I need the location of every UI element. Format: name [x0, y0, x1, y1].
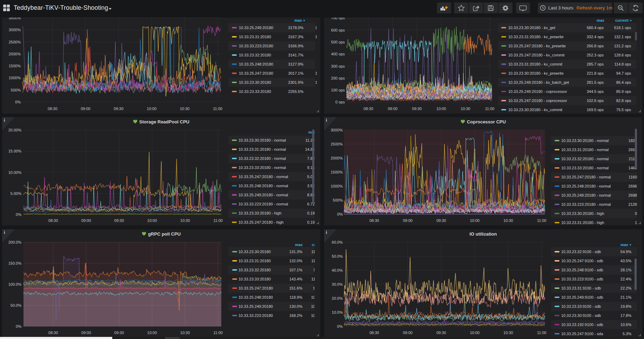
svg-text:11:00: 11:00 [213, 107, 222, 111]
svg-text:200 ops: 200 ops [331, 76, 345, 80]
svg-text:10:30: 10:30 [180, 107, 190, 111]
svg-text:100 ops: 100 ops [331, 88, 345, 92]
svg-text:10:30: 10:30 [503, 331, 513, 335]
svg-text:400 ops: 400 ops [331, 52, 345, 56]
svg-text:11:00: 11:00 [537, 218, 546, 223]
svg-text:500%: 500% [333, 198, 343, 202]
svg-text:0%: 0% [16, 324, 21, 328]
svg-text:150.0%: 150.0% [8, 261, 22, 265]
svg-text:1500%: 1500% [331, 170, 343, 174]
svg-text:11:00: 11:00 [537, 331, 546, 335]
svg-text:3000%: 3000% [9, 28, 21, 32]
svg-text:10:00: 10:00 [470, 331, 480, 335]
svg-text:1500%: 1500% [9, 64, 21, 68]
svg-text:09:00: 09:00 [81, 218, 91, 223]
svg-text:0%: 0% [337, 212, 343, 216]
svg-text:10.00%: 10.00% [8, 170, 22, 175]
svg-text:08:30: 08:30 [48, 218, 58, 223]
svg-text:08:30: 08:30 [364, 107, 374, 111]
svg-text:09:30: 09:30 [436, 218, 446, 223]
svg-text:10:00: 10:00 [470, 218, 480, 223]
svg-text:09:00: 09:00 [388, 107, 398, 111]
svg-text:11:00: 11:00 [485, 107, 495, 111]
svg-text:09:30: 09:30 [412, 107, 422, 111]
svg-text:20.0%: 20.0% [332, 296, 343, 300]
svg-text:2500%: 2500% [331, 142, 343, 146]
svg-text:50.0%: 50.0% [332, 254, 343, 258]
svg-text:09:30: 09:30 [436, 331, 446, 335]
svg-text:09:30: 09:30 [114, 107, 123, 111]
svg-text:2000%: 2000% [9, 52, 21, 56]
svg-text:09:30: 09:30 [114, 331, 124, 335]
svg-text:10:30: 10:30 [503, 218, 513, 223]
svg-text:0%: 0% [337, 324, 343, 328]
svg-text:600 ops: 600 ops [331, 28, 345, 32]
svg-text:09:00: 09:00 [403, 331, 413, 335]
svg-text:40.0%: 40.0% [332, 268, 343, 272]
svg-text:09:30: 09:30 [114, 218, 124, 223]
svg-text:10.0%: 10.0% [332, 310, 343, 314]
svg-text:09:00: 09:00 [81, 331, 91, 335]
svg-text:08:30: 08:30 [48, 331, 58, 335]
svg-text:09:00: 09:00 [81, 107, 90, 111]
svg-text:08:30: 08:30 [369, 331, 379, 335]
svg-text:5.00%: 5.00% [11, 191, 21, 196]
svg-text:2500%: 2500% [9, 40, 21, 44]
svg-text:300 ops: 300 ops [331, 64, 345, 68]
svg-text:700 ops: 700 ops [331, 18, 345, 20]
svg-text:500 ops: 500 ops [331, 40, 345, 44]
svg-text:10:00: 10:00 [147, 331, 157, 335]
svg-text:15.00%: 15.00% [8, 149, 22, 153]
svg-text:10:30: 10:30 [180, 218, 190, 223]
svg-text:0 ops: 0 ops [335, 100, 345, 104]
svg-text:0%: 0% [15, 100, 21, 104]
svg-text:1000%: 1000% [9, 76, 21, 80]
svg-text:08:30: 08:30 [369, 218, 379, 223]
svg-text:10:00: 10:00 [147, 218, 157, 223]
svg-text:09:00: 09:00 [403, 218, 413, 223]
svg-text:500%: 500% [11, 88, 21, 92]
svg-text:10:30: 10:30 [180, 331, 190, 335]
svg-text:100.0%: 100.0% [8, 282, 22, 286]
svg-text:50.0%: 50.0% [11, 303, 21, 307]
svg-text:2000%: 2000% [331, 156, 343, 160]
svg-text:08:30: 08:30 [48, 107, 58, 111]
svg-text:30.0%: 30.0% [332, 282, 343, 286]
svg-text:10:00: 10:00 [147, 107, 157, 111]
svg-text:10:30: 10:30 [461, 107, 470, 111]
svg-text:1000%: 1000% [331, 184, 343, 188]
svg-text:3500%: 3500% [9, 18, 21, 20]
svg-text:10:00: 10:00 [436, 107, 446, 111]
svg-text:11:00: 11:00 [213, 331, 223, 335]
svg-text:11:00: 11:00 [213, 218, 223, 223]
svg-text:0%: 0% [16, 212, 21, 217]
